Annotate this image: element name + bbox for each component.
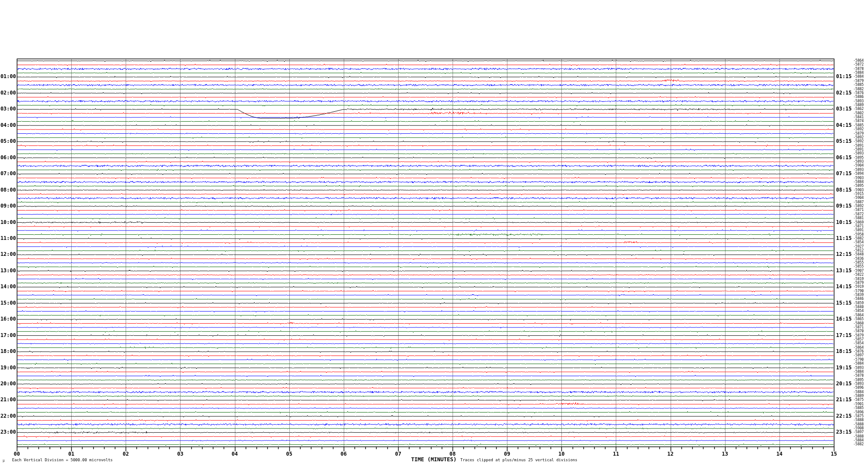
trace-offset-value: -5889 xyxy=(853,394,864,398)
trace-offset-value: -5879 xyxy=(853,281,864,285)
trace-offset-value: -5892 xyxy=(853,204,864,208)
hour-label-right: 22:15 xyxy=(836,413,852,419)
trace-offset-value: -5888 xyxy=(853,418,864,422)
minute-label: 13 xyxy=(719,451,732,457)
trace-offset-value: -5872 xyxy=(853,63,864,66)
trace-offset-value: -5840 xyxy=(853,305,864,309)
minute-label: 02 xyxy=(119,451,132,457)
trace-offset-value: -5864 xyxy=(853,313,864,317)
trace-offset-value: -5874 xyxy=(853,119,864,123)
hour-label-right: 10:15 xyxy=(836,220,852,225)
hour-label-right: 14:15 xyxy=(836,284,852,290)
trace-offset-value: -5855 xyxy=(853,261,864,264)
xaxis-title: TIME (MINUTES) xyxy=(411,457,456,462)
trace-offset-value: -5888 xyxy=(853,435,864,438)
trace-offset-value: -5895 xyxy=(853,378,864,382)
hour-label-left: 12:00 xyxy=(0,252,16,257)
minute-label: 04 xyxy=(228,451,241,457)
minute-label: 15 xyxy=(827,451,840,457)
hour-label-left: 06:00 xyxy=(0,155,16,161)
minute-label: 01 xyxy=(65,451,78,457)
hour-label-left: 08:00 xyxy=(0,187,16,193)
trace-offset-value: -5846 xyxy=(853,297,864,301)
trace-offset-value: -5855 xyxy=(853,264,864,268)
trace-offset-value: -5891 xyxy=(853,228,864,232)
trace-offset-value: -5889 xyxy=(853,103,864,107)
trace-offset-value: -5876 xyxy=(853,91,864,95)
trace-offset-value: -5790 xyxy=(853,289,864,293)
trace-offset-value: -5892 xyxy=(853,135,864,139)
minute-label: 07 xyxy=(392,451,405,457)
minute-label: 06 xyxy=(337,451,350,457)
trace-offset-value: -5893 xyxy=(853,168,864,172)
hour-label-right: 21:15 xyxy=(836,397,852,403)
hour-label-left: 19:00 xyxy=(0,365,16,371)
trace-offset-value: -5885 xyxy=(853,406,864,410)
trace-offset-value: -5879 xyxy=(853,334,864,337)
minute-label: 10 xyxy=(555,451,568,457)
trace-offset-value: -5857 xyxy=(853,337,864,341)
minute-label: 11 xyxy=(609,451,622,457)
trace-offset-value: -5893 xyxy=(853,366,864,370)
minute-label: 12 xyxy=(664,451,677,457)
micro-mark: μ xyxy=(3,459,5,463)
trace-offset-value: -5819 xyxy=(853,277,864,281)
hour-label-right: 04:15 xyxy=(836,123,852,128)
trace-offset-value: -5879 xyxy=(853,79,864,83)
trace-offset-value: -5897 xyxy=(853,353,864,357)
trace-offset-value: -5884 xyxy=(853,75,864,79)
hour-label-left: 09:00 xyxy=(0,203,16,209)
trace-offset-value: -5869 xyxy=(853,220,864,224)
hour-label-right: 03:15 xyxy=(836,106,852,112)
trace-offset-value: -5812 xyxy=(853,249,864,252)
hour-label-right: 19:15 xyxy=(836,365,852,371)
hour-label-left: 10:00 xyxy=(0,220,16,225)
hour-label-left: 07:00 xyxy=(0,171,16,176)
trace-offset-value: -5836 xyxy=(853,257,864,261)
trace-offset-value: -5870 xyxy=(853,329,864,333)
trace-offset-value: -5892 xyxy=(853,127,864,131)
trace-offset-value: -5871 xyxy=(853,224,864,228)
trace-offset-value: -5892 xyxy=(853,139,864,143)
hour-label-right: 15:15 xyxy=(836,300,852,306)
trace-offset-value: -5896 xyxy=(853,386,864,390)
hour-label-left: 16:00 xyxy=(0,316,16,322)
hour-label-right: 05:15 xyxy=(836,139,852,144)
trace-offset-value: -5882 xyxy=(853,236,864,240)
trace-offset-value: -5864 xyxy=(853,346,864,350)
hour-label-right: 12:15 xyxy=(836,252,852,257)
minute-label: 00 xyxy=(10,451,23,457)
hour-label-left: 17:00 xyxy=(0,333,16,338)
scale-note: Each Vertical Division = 5000.00 microvo… xyxy=(12,458,113,462)
hour-label-left: 18:00 xyxy=(0,349,16,354)
trace-offset-value: -5854 xyxy=(853,341,864,345)
trace-offset-value: -5888 xyxy=(853,422,864,426)
trace-offset-value: -5891 xyxy=(853,144,864,148)
trace-offset-value: -5790 xyxy=(853,358,864,362)
trace-offset-value: -5881 xyxy=(853,216,864,220)
trace-offset-value: -5927 xyxy=(853,245,864,249)
hour-label-left: 23:00 xyxy=(0,429,16,435)
hour-label-left: 20:00 xyxy=(0,381,16,387)
trace-offset-value: -5884 xyxy=(853,180,864,184)
trace-offset-value: -5884 xyxy=(853,362,864,365)
trace-offset-value: -5894 xyxy=(853,172,864,176)
trace-offset-value: -5878 xyxy=(853,374,864,378)
minute-label: 05 xyxy=(283,451,296,457)
trace-offset-value: -5841 xyxy=(853,115,864,119)
hour-label-left: 21:00 xyxy=(0,397,16,403)
hour-label-right: 06:15 xyxy=(836,155,852,161)
hour-label-right: 08:15 xyxy=(836,187,852,193)
trace-offset-value: -5895 xyxy=(853,156,864,160)
hour-label-left: 03:00 xyxy=(0,106,16,112)
trace-offset-value: -5903 xyxy=(853,176,864,180)
trace-offset-value: -5884 xyxy=(853,438,864,442)
trace-offset-value: -5859 xyxy=(853,301,864,305)
trace-offset-value: -5919 xyxy=(853,285,864,289)
trace-offset-value: -5893 xyxy=(853,99,864,103)
trace-offset-value: -5848 xyxy=(853,252,864,256)
hour-label-left: 15:00 xyxy=(0,300,16,306)
trace-offset-value: -5907 xyxy=(853,269,864,273)
trace-offset-value: -5903 xyxy=(853,188,864,192)
trace-offset-value: -5915 xyxy=(853,192,864,196)
